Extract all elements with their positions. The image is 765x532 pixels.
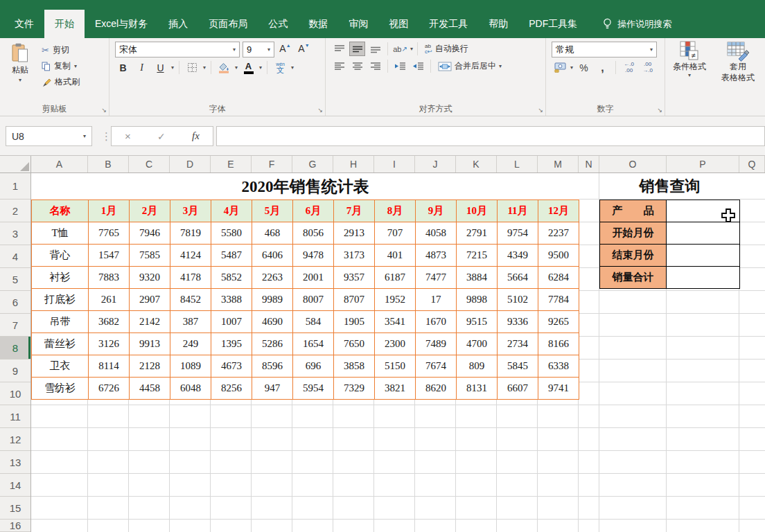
query-value-cell[interactable] xyxy=(667,267,740,289)
sales-value-cell[interactable]: 2907 xyxy=(130,289,170,311)
increase-font-size-button[interactable]: A▲ xyxy=(277,42,293,57)
menu-tab-data[interactable]: 数据 xyxy=(298,10,338,38)
cancel-entry-icon[interactable]: × xyxy=(125,130,131,142)
confirm-entry-icon[interactable]: ✓ xyxy=(157,131,166,142)
product-name-cell[interactable]: 蕾丝衫 xyxy=(32,333,89,355)
sales-value-cell[interactable]: 9754 xyxy=(498,222,538,245)
table-title[interactable]: 2020年销售统计表 xyxy=(31,173,579,200)
font-dialog-launcher[interactable]: ↘ xyxy=(317,107,323,114)
month-header-cell[interactable]: 12月 xyxy=(538,200,579,222)
clipboard-dialog-launcher[interactable]: ↘ xyxy=(101,107,107,114)
column-header-L[interactable]: L xyxy=(497,156,538,172)
sales-value-cell[interactable]: 4058 xyxy=(416,222,457,245)
product-name-cell[interactable]: 衬衫 xyxy=(32,267,89,289)
sales-value-cell[interactable]: 2913 xyxy=(334,222,375,245)
sales-value-cell[interactable]: 8452 xyxy=(170,289,211,311)
row-header-4[interactable]: 4 xyxy=(0,245,30,268)
row-header-10[interactable]: 10 xyxy=(0,382,30,405)
sales-value-cell[interactable]: 696 xyxy=(293,355,334,378)
sales-value-cell[interactable]: 7329 xyxy=(334,378,375,400)
bold-button[interactable]: B xyxy=(115,60,131,75)
sales-value-cell[interactable]: 5102 xyxy=(498,289,538,311)
row-header-14[interactable]: 14 xyxy=(0,474,30,497)
month-header-cell[interactable]: 3月 xyxy=(170,200,211,222)
sales-value-cell[interactable]: 9913 xyxy=(130,333,170,355)
sales-value-cell[interactable]: 809 xyxy=(457,355,498,378)
sales-value-cell[interactable]: 4873 xyxy=(416,245,457,267)
sales-value-cell[interactable]: 4458 xyxy=(130,378,170,400)
sales-value-cell[interactable]: 4690 xyxy=(252,311,293,333)
query-title[interactable]: 销售查询 xyxy=(599,173,740,200)
row-header-9[interactable]: 9 xyxy=(0,360,30,382)
italic-button[interactable]: I xyxy=(134,60,150,75)
column-header-P[interactable]: P xyxy=(667,156,739,172)
sales-value-cell[interactable]: 5664 xyxy=(498,267,538,289)
paste-button[interactable]: 粘贴 ▾ xyxy=(1,40,39,103)
tell-me-search[interactable]: 操作说明搜索 xyxy=(603,10,671,38)
sales-value-cell[interactable]: 5954 xyxy=(293,378,334,400)
month-header-cell[interactable]: 4月 xyxy=(211,200,252,222)
sales-value-cell[interactable]: 8620 xyxy=(416,378,457,400)
merge-center-button[interactable]: 合并后居中 ▾ xyxy=(435,60,504,72)
underline-caret-icon[interactable]: ▾ xyxy=(171,65,174,71)
name-header-cell[interactable]: 名称 xyxy=(32,200,89,222)
sales-value-cell[interactable]: 7765 xyxy=(89,222,130,245)
product-name-cell[interactable]: 雪纺衫 xyxy=(32,378,89,400)
sales-value-cell[interactable]: 6284 xyxy=(538,267,579,289)
product-name-cell[interactable]: 卫衣 xyxy=(32,355,89,378)
month-header-cell[interactable]: 11月 xyxy=(498,200,538,222)
decrease-decimal-button[interactable]: .00→.0 xyxy=(640,60,656,75)
align-left-button[interactable] xyxy=(331,59,347,73)
wrap-text-button[interactable]: abc↩ 自动换行 xyxy=(422,43,471,55)
sales-value-cell[interactable]: 3541 xyxy=(375,311,416,333)
query-value-cell[interactable] xyxy=(667,222,740,245)
sales-value-cell[interactable]: 8707 xyxy=(334,289,375,311)
sales-value-cell[interactable]: 6406 xyxy=(252,245,293,267)
column-header-C[interactable]: C xyxy=(129,156,170,172)
orientation-caret-icon[interactable]: ▾ xyxy=(410,46,413,52)
align-center-button[interactable] xyxy=(349,59,365,73)
sales-value-cell[interactable]: 1089 xyxy=(170,355,211,378)
sales-value-cell[interactable]: 3884 xyxy=(457,267,498,289)
sales-value-cell[interactable]: 5286 xyxy=(252,333,293,355)
sales-value-cell[interactable]: 5852 xyxy=(211,267,252,289)
column-header-J[interactable]: J xyxy=(415,156,456,172)
sales-value-cell[interactable]: 3821 xyxy=(375,378,416,400)
month-header-cell[interactable]: 9月 xyxy=(416,200,457,222)
formula-input[interactable] xyxy=(216,126,765,146)
month-header-cell[interactable]: 8月 xyxy=(375,200,416,222)
sales-value-cell[interactable]: 7819 xyxy=(170,222,211,245)
menu-tab-developer[interactable]: 开发工具 xyxy=(419,10,478,38)
product-name-cell[interactable]: 吊带 xyxy=(32,311,89,333)
decrease-indent-button[interactable] xyxy=(392,59,408,73)
sales-value-cell[interactable]: 1547 xyxy=(89,245,130,267)
sales-value-cell[interactable]: 2734 xyxy=(498,333,538,355)
sales-value-cell[interactable]: 4178 xyxy=(170,267,211,289)
sales-value-cell[interactable]: 7674 xyxy=(416,355,457,378)
sales-value-cell[interactable]: 9357 xyxy=(334,267,375,289)
sales-value-cell[interactable]: 7650 xyxy=(334,333,375,355)
row-header-2[interactable]: 2 xyxy=(0,200,30,222)
sales-value-cell[interactable]: 5580 xyxy=(211,222,252,245)
sales-value-cell[interactable]: 7477 xyxy=(416,267,457,289)
sales-value-cell[interactable]: 6338 xyxy=(538,355,579,378)
column-header-Q[interactable]: Q xyxy=(739,156,765,172)
sales-value-cell[interactable]: 7784 xyxy=(538,289,579,311)
sales-value-cell[interactable]: 7946 xyxy=(130,222,170,245)
column-header-G[interactable]: G xyxy=(292,156,333,172)
column-header-D[interactable]: D xyxy=(170,156,211,172)
month-header-cell[interactable]: 2月 xyxy=(130,200,170,222)
accounting-format-button[interactable] xyxy=(552,60,568,75)
font-name-combo[interactable]: 宋体 ▾ xyxy=(115,42,240,57)
menu-tab-home[interactable]: 开始 xyxy=(44,10,85,38)
select-all-corner[interactable] xyxy=(0,156,31,173)
query-label-cell[interactable]: 结束月份 xyxy=(600,245,667,267)
alignment-dialog-launcher[interactable]: ↘ xyxy=(538,107,543,114)
column-header-B[interactable]: B xyxy=(88,156,129,172)
sales-value-cell[interactable]: 8131 xyxy=(457,378,498,400)
menu-tab-page-layout[interactable]: 页面布局 xyxy=(198,10,258,38)
font-color-caret-icon[interactable]: ▾ xyxy=(259,65,262,71)
sales-value-cell[interactable]: 2142 xyxy=(130,311,170,333)
format-as-table-button[interactable]: 套用 表格格式 xyxy=(715,41,761,83)
column-header-M[interactable]: M xyxy=(538,156,579,172)
